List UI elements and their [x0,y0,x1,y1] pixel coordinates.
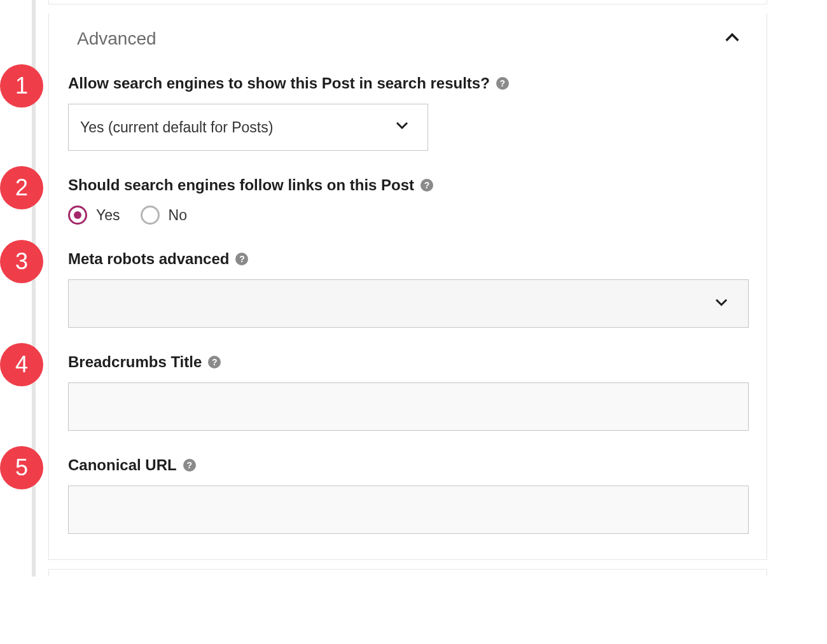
radio-icon-unselected [141,206,160,225]
help-icon[interactable]: ? [235,253,248,265]
breadcrumbs-section: 4 Breadcrumbs Title ? [49,353,767,456]
help-icon[interactable]: ? [208,356,221,368]
annotation-marker-2: 2 [0,166,43,209]
meta-robots-select[interactable] [68,279,749,328]
previous-panel-edge [48,0,767,4]
follow-links-radio-no[interactable]: No [141,206,187,225]
canonical-url-label: Canonical URL [68,456,177,474]
annotation-marker-1: 1 [0,64,43,108]
canonical-url-section: 5 Canonical URL ? [49,456,767,559]
breadcrumbs-label: Breadcrumbs Title [68,353,202,371]
allow-search-section: 1 Allow search engines to show this Post… [49,54,767,176]
radio-icon-selected [68,206,87,225]
annotation-marker-3: 3 [0,240,43,283]
breadcrumbs-input[interactable] [68,382,749,431]
next-panel-edge [48,569,767,577]
chevron-down-icon [394,118,410,137]
help-icon[interactable]: ? [420,179,433,192]
meta-robots-label: Meta robots advanced [68,250,229,268]
annotation-marker-5: 5 [0,446,43,489]
chevron-up-icon[interactable] [723,29,741,49]
allow-search-value: Yes (current default for Posts) [80,119,273,136]
follow-links-radio-group: Yes No [68,206,747,225]
chevron-down-icon [714,295,729,312]
follow-links-label: Should search engines follow links on th… [68,176,414,194]
follow-links-radio-yes[interactable]: Yes [68,206,120,225]
help-icon[interactable]: ? [496,77,509,90]
help-icon[interactable]: ? [183,459,196,472]
canonical-url-input[interactable] [68,486,749,534]
annotation-marker-4: 4 [0,343,43,386]
radio-yes-label: Yes [96,207,120,224]
radio-no-label: No [169,207,187,224]
panel-title: Advanced [77,29,156,49]
allow-search-label: Allow search engines to show this Post i… [68,74,490,92]
advanced-panel: Advanced 1 Allow search engines to show … [48,13,767,560]
meta-robots-section: 3 Meta robots advanced ? [49,250,767,353]
follow-links-section: 2 Should search engines follow links on … [49,176,767,250]
panel-header[interactable]: Advanced [49,13,767,54]
allow-search-select[interactable]: Yes (current default for Posts) [68,104,428,151]
